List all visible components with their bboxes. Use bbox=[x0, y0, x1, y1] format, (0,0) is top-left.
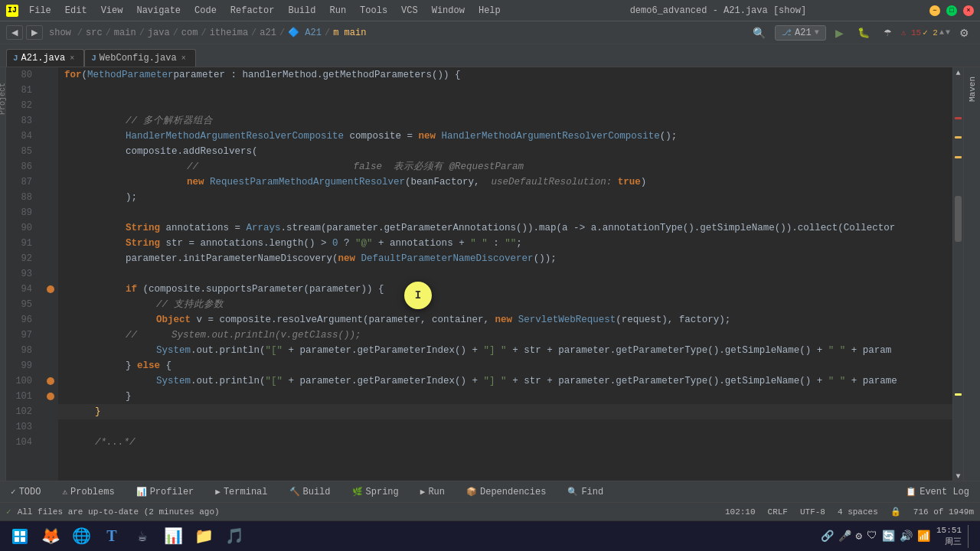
debug-button[interactable]: 🐛 bbox=[853, 25, 874, 40]
coverage-button[interactable]: ☂ bbox=[879, 26, 897, 40]
breadcrumb-main-method[interactable]: m main bbox=[333, 28, 366, 38]
taskbar-excel[interactable]: 📊 bbox=[159, 523, 187, 550]
breadcrumb-show[interactable]: show bbox=[49, 28, 71, 38]
menu-bar[interactable]: File Edit View Navigate Code Refactor Bu… bbox=[23, 4, 507, 18]
window-title: demo6_advanced - A21.java [show] bbox=[630, 5, 806, 16]
cursor-position[interactable]: 102:10 bbox=[725, 507, 756, 517]
taskbar-files[interactable]: 📁 bbox=[190, 523, 217, 550]
menu-window[interactable]: Window bbox=[426, 4, 471, 18]
maven-label[interactable]: Maven bbox=[968, 70, 977, 108]
scroll-thumb[interactable] bbox=[955, 196, 962, 242]
branch-dropdown-icon: ▼ bbox=[815, 28, 819, 37]
clock[interactable]: 15:51 周三 bbox=[936, 525, 962, 547]
menu-run[interactable]: Run bbox=[323, 4, 352, 18]
minimize-button[interactable]: − bbox=[929, 5, 940, 16]
tab-close-WebConfig[interactable]: × bbox=[181, 54, 186, 63]
back-button[interactable]: ◀ bbox=[6, 25, 23, 40]
bottom-tab-terminal[interactable]: ▶ Terminal bbox=[211, 485, 272, 499]
gutter bbox=[43, 67, 58, 481]
maven-panel[interactable]: Maven bbox=[963, 67, 980, 481]
breadcrumb-itheima[interactable]: itheima bbox=[210, 28, 248, 38]
bottom-tab-profiler[interactable]: 📊 Profiler bbox=[132, 485, 199, 499]
problems-icon: ⚠ bbox=[62, 487, 67, 497]
bottom-tab-event-log[interactable]: 📋 Event Log bbox=[901, 485, 974, 499]
event-log-label: Event Log bbox=[920, 487, 969, 497]
nav-down-icon[interactable]: ▼ bbox=[946, 28, 950, 37]
branch-icon: ⎇ bbox=[782, 28, 792, 37]
gc-103 bbox=[43, 419, 58, 435]
menu-edit[interactable]: Edit bbox=[59, 4, 93, 18]
sep3: / bbox=[139, 28, 145, 38]
warning-marker-1 bbox=[955, 136, 962, 139]
code-lines[interactable]: for (MethodParameter parameter : handler… bbox=[58, 67, 952, 481]
tab-A21-java[interactable]: J A21.java × bbox=[6, 49, 84, 67]
bottom-tab-find[interactable]: 🔍 Find bbox=[563, 485, 608, 499]
breadcrumb-main[interactable]: main bbox=[114, 28, 136, 38]
bottom-tab-problems[interactable]: ⚠ Problems bbox=[57, 485, 119, 499]
nav-up-icon[interactable]: ▲ bbox=[939, 28, 944, 37]
run-button[interactable]: ▶ bbox=[831, 25, 848, 41]
ln-103: 103 bbox=[6, 419, 37, 435]
close-button[interactable]: × bbox=[963, 5, 974, 16]
nav-toolbar: ◀ ▶ show / src / main / java / com / ith… bbox=[0, 21, 980, 44]
start-button[interactable] bbox=[6, 523, 34, 550]
ln-98: 98 bbox=[6, 343, 37, 358]
branch-selector[interactable]: ⎇ A21 ▼ bbox=[775, 25, 826, 41]
menu-tools[interactable]: Tools bbox=[354, 4, 394, 18]
bottom-tab-dependencies[interactable]: 📦 Dependencies bbox=[462, 485, 550, 499]
taskbar-media[interactable]: 🎵 bbox=[220, 523, 248, 550]
breadcrumb-src[interactable]: src bbox=[86, 28, 103, 38]
encoding[interactable]: UTF-8 bbox=[800, 507, 825, 517]
taskbar-firefox[interactable]: 🦊 bbox=[37, 523, 64, 550]
scroll-up-icon[interactable]: ▲ bbox=[956, 69, 960, 77]
bottom-tab-todo[interactable]: ✓ TODO bbox=[6, 485, 45, 499]
gc-101 bbox=[43, 389, 58, 404]
menu-help[interactable]: Help bbox=[472, 4, 507, 18]
gc-84 bbox=[43, 129, 58, 144]
menu-file[interactable]: File bbox=[23, 4, 57, 18]
taskbar-browser[interactable]: 🌐 bbox=[67, 523, 95, 550]
gc-99 bbox=[43, 358, 58, 373]
menu-build[interactable]: Build bbox=[282, 4, 322, 18]
todo-icon: ✓ bbox=[11, 487, 16, 497]
code-container[interactable]: 80 81 82 83 84 85 86 87 88 89 90 91 92 9… bbox=[6, 67, 963, 481]
menu-code[interactable]: Code bbox=[188, 4, 223, 18]
menu-vcs[interactable]: VCS bbox=[395, 4, 424, 18]
show-desktop[interactable] bbox=[968, 525, 974, 548]
ln-97: 97 bbox=[6, 328, 37, 343]
event-log-icon: 📋 bbox=[906, 487, 916, 497]
scrollbar-area[interactable]: ▲ ▼ bbox=[952, 67, 963, 481]
tab-close-A21[interactable]: × bbox=[70, 54, 74, 63]
gc-92 bbox=[43, 251, 58, 266]
error-indicator[interactable]: ⚠ 15 ✓ 2 ▲ ▼ bbox=[901, 28, 950, 37]
breadcrumb-a21[interactable]: a21 bbox=[260, 28, 276, 38]
menu-view[interactable]: View bbox=[95, 4, 129, 18]
maximize-button[interactable]: □ bbox=[946, 5, 957, 16]
tab-WebConfig-java[interactable]: J WebConfig.java × bbox=[84, 49, 195, 67]
project-panel[interactable]: Project bbox=[0, 67, 6, 481]
bottom-tab-build[interactable]: 🔨 Build bbox=[285, 485, 335, 499]
gc-89 bbox=[43, 205, 58, 220]
taskbar-text[interactable]: T bbox=[98, 523, 126, 550]
window-controls[interactable]: − □ × bbox=[929, 5, 974, 16]
code-line-87: new RequestParamMethodArgumentResolver(b… bbox=[58, 174, 952, 190]
gc-98 bbox=[43, 343, 58, 358]
settings-button[interactable]: ⚙ bbox=[955, 25, 974, 41]
ln-93: 93 bbox=[6, 266, 37, 282]
forward-button[interactable]: ▶ bbox=[26, 25, 43, 40]
breadcrumb-com[interactable]: com bbox=[181, 28, 198, 38]
bottom-tab-spring[interactable]: 🌿 Spring bbox=[348, 485, 403, 499]
scroll-down-icon[interactable]: ▼ bbox=[956, 472, 960, 481]
menu-navigate[interactable]: Navigate bbox=[130, 4, 187, 18]
taskbar-intellij[interactable]: ☕ bbox=[129, 523, 156, 550]
mic-icon: 🎤 bbox=[838, 530, 851, 543]
breadcrumb-java[interactable]: java bbox=[148, 28, 170, 38]
line-ending[interactable]: CRLF bbox=[768, 507, 788, 517]
files-icon: 📁 bbox=[194, 527, 214, 546]
indent[interactable]: 4 spaces bbox=[838, 507, 878, 517]
menu-refactor[interactable]: Refactor bbox=[224, 4, 281, 18]
bottom-tab-run[interactable]: ▶ Run bbox=[416, 485, 449, 499]
search-everywhere-button[interactable]: 🔍 bbox=[748, 25, 770, 41]
taskbar-right: 🔗 🎤 ⚙ 🛡 🔄 🔊 📶 15:51 周三 bbox=[821, 525, 974, 548]
breadcrumb-A21[interactable]: 🔷 A21 bbox=[288, 27, 322, 38]
